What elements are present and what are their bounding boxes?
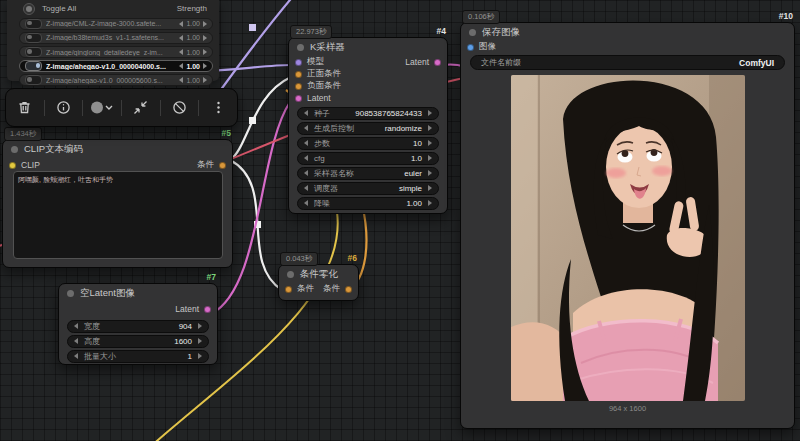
steps-widget[interactable]: 步数 10 [297, 137, 439, 150]
width-widget[interactable]: 宽度 904 [67, 320, 209, 333]
widget-label: 宽度 [84, 321, 100, 332]
lora-toggle[interactable] [25, 47, 42, 57]
node-title-bar[interactable]: K采样器 [289, 38, 447, 56]
strength-decrement-icon[interactable] [179, 77, 183, 83]
collapse-dot-icon[interactable] [67, 290, 74, 297]
cfg-widget[interactable]: cfg 1.0 [297, 152, 439, 165]
lora-label: Z-image/ahegao-v1.0_000005600.s... [46, 77, 175, 84]
image-size-caption: 964 x 1600 [461, 404, 794, 413]
node-ksampler[interactable]: 22.973秒 #4 K采样器 模型 Latent 正面条件 负面条件 Late… [288, 37, 448, 214]
node-title-bar[interactable]: 保存图像 [461, 23, 794, 41]
node-title: 保存图像 [482, 26, 520, 39]
collapse-dot-icon[interactable] [287, 271, 294, 278]
widget-label: 调度器 [314, 183, 338, 194]
selection-toolbar[interactable] [5, 88, 238, 127]
more-vertical-icon[interactable] [205, 95, 231, 121]
cond-output-label: 条件 [197, 159, 214, 171]
lora-strength[interactable]: 1.00 [186, 34, 200, 41]
batch-size-widget[interactable]: 批量大小 1 [67, 350, 209, 363]
lora-toggle[interactable] [25, 33, 42, 43]
cond-output-slot[interactable] [219, 162, 226, 169]
latent-output-slot[interactable] [204, 306, 211, 313]
widget-value: euler [404, 169, 422, 178]
timer-badge: 0.043秒 [280, 252, 318, 266]
toggle-all-switch[interactable] [23, 3, 35, 15]
lora-strength[interactable]: 1.00 [186, 63, 200, 70]
info-icon[interactable] [50, 95, 76, 121]
chevron-down-icon [106, 106, 112, 109]
latent-output-label: Latent [175, 304, 199, 314]
strength-decrement-icon[interactable] [179, 21, 183, 27]
strength-increment-icon[interactable] [203, 77, 207, 83]
seed-widget[interactable]: 种子 908538765824433 [297, 107, 439, 120]
strength-increment-icon[interactable] [203, 35, 207, 41]
cond-input-slot[interactable] [285, 286, 292, 293]
clip-input-slot[interactable] [9, 162, 16, 169]
node-title: 空Latent图像 [80, 287, 135, 300]
collapse-dot-icon[interactable] [297, 44, 304, 51]
collapse-icon[interactable] [128, 95, 154, 121]
strength-decrement-icon[interactable] [179, 35, 183, 41]
toolbar-divider [44, 100, 45, 116]
node-graph-canvas[interactable]: Toggle All Strength Z-image/CML-Z-image-… [0, 0, 800, 441]
widget-label: 文件名前缀 [481, 57, 521, 68]
cond-output-slot[interactable] [345, 286, 352, 293]
latent-output-label: Latent [405, 57, 429, 67]
timer-badge: 22.973秒 [290, 25, 332, 39]
widget-value: simple [399, 184, 422, 193]
filename-prefix-widget[interactable]: 文件名前缀 ComfyUI [470, 55, 785, 70]
strength-decrement-icon[interactable] [179, 49, 183, 55]
power-lora-loader-panel[interactable]: Toggle All Strength Z-image/CML-Z-image-… [7, 0, 219, 81]
toolbar-divider [121, 100, 122, 116]
widget-value: randomize [385, 124, 422, 133]
latent-input-label: Latent [307, 93, 331, 103]
strength-increment-icon[interactable] [203, 63, 207, 69]
lora-toggle[interactable] [25, 75, 42, 85]
node-id-badge: #7 [207, 272, 216, 282]
lora-row-active[interactable]: Z-image/ahegao-v1.0_000004000.s... 1.00 [19, 60, 213, 73]
prompt-textarea[interactable]: 阿嘿颜, 脸颊潮红，吐舌和手势 [13, 171, 223, 259]
lora-label: Z-image/qinglong_detailedeye_z-im... [46, 49, 175, 56]
node-conditioning-zero-out[interactable]: 0.043秒 #6 条件零化 条件 条件 [278, 264, 359, 301]
image-input-label: 图像 [479, 41, 496, 53]
latent-output-slot[interactable] [434, 59, 441, 66]
trash-icon[interactable] [12, 95, 38, 121]
lora-row[interactable]: Z-image/b38temud3s_v1-1.safetens... 1.00 [19, 32, 213, 45]
node-title-bar[interactable]: CLIP文本编码 [3, 140, 232, 158]
node-empty-latent-image[interactable]: #7 空Latent图像 Latent 宽度 904 高度 1600 批量大小 … [58, 283, 218, 365]
strength-decrement-icon[interactable] [179, 63, 183, 69]
lora-row[interactable]: Z-image/CML-Z-image-3000.safete... 1.00 [19, 18, 213, 31]
negative-input-slot[interactable] [295, 83, 302, 90]
lora-strength[interactable]: 1.00 [186, 20, 200, 27]
collapse-dot-icon[interactable] [469, 29, 476, 36]
image-input-slot[interactable] [467, 44, 474, 51]
lora-toggle[interactable] [25, 19, 42, 29]
model-input-slot[interactable] [295, 59, 302, 66]
height-widget[interactable]: 高度 1600 [67, 335, 209, 348]
positive-input-slot[interactable] [295, 71, 302, 78]
lora-strength[interactable]: 1.00 [186, 77, 200, 84]
bypass-icon[interactable] [166, 95, 192, 121]
denoise-widget[interactable]: 降噪 1.00 [297, 197, 439, 210]
scheduler-widget[interactable]: 调度器 simple [297, 182, 439, 195]
node-title-bar[interactable]: 空Latent图像 [59, 284, 217, 302]
strength-increment-icon[interactable] [203, 21, 207, 27]
toolbar-divider [198, 100, 199, 116]
node-title: 条件零化 [300, 268, 338, 281]
widget-label: 高度 [84, 336, 100, 347]
node-title-bar[interactable]: 条件零化 [279, 265, 358, 283]
lora-toggle[interactable] [25, 61, 42, 71]
lora-row[interactable]: Z-image/qinglong_detailedeye_z-im... 1.0… [19, 46, 213, 59]
widget-label: 生成后控制 [314, 123, 354, 134]
node-clip-text-encode[interactable]: 1.434秒 #5 CLIP文本编码 CLIP 条件 阿嘿颜, 脸颊潮红，吐舌和… [2, 139, 233, 268]
control-after-generate-widget[interactable]: 生成后控制 randomize [297, 122, 439, 135]
lora-row[interactable]: Z-image/ahegao-v1.0_000005600.s... 1.00 [19, 74, 213, 87]
strength-increment-icon[interactable] [203, 49, 207, 55]
latent-input-slot[interactable] [295, 95, 302, 102]
collapse-dot-icon[interactable] [11, 146, 18, 153]
node-save-image[interactable]: 0.106秒 #10 保存图像 图像 文件名前缀 ComfyUI [460, 22, 795, 429]
color-circle-icon[interactable] [89, 95, 115, 121]
lora-strength[interactable]: 1.00 [186, 49, 200, 56]
widget-value: 1.00 [406, 199, 422, 208]
sampler-name-widget[interactable]: 采样器名称 euler [297, 167, 439, 180]
